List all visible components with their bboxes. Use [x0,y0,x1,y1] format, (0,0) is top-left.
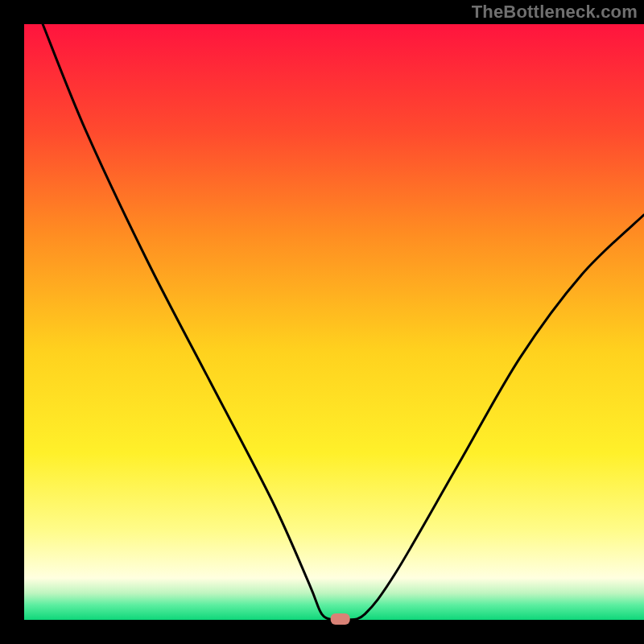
watermark-text: TheBottleneck.com [472,2,638,23]
chart-stage: TheBottleneck.com [0,0,644,644]
plot-area [24,24,644,620]
chart-svg [0,0,644,644]
min-marker [331,613,350,625]
